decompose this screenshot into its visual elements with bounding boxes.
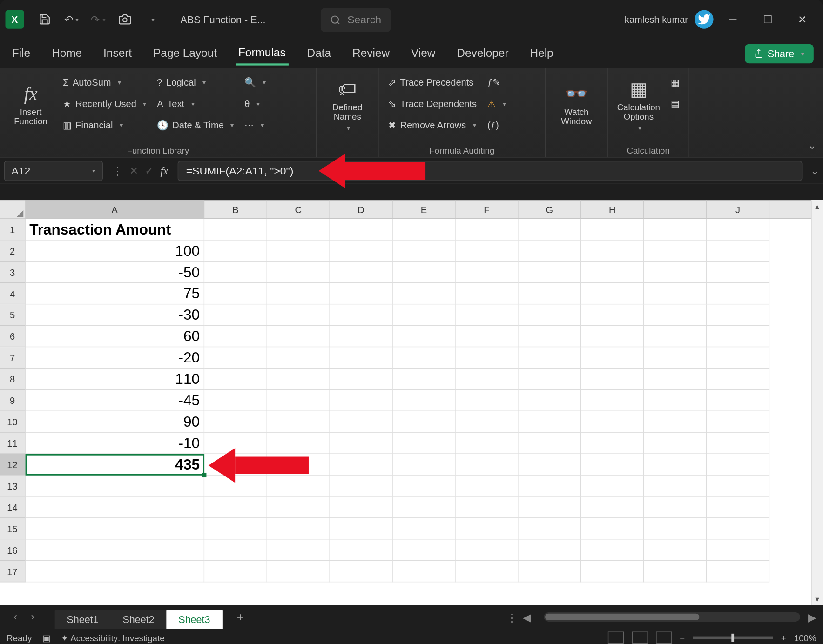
cell[interactable] — [519, 539, 581, 561]
cell[interactable] — [581, 262, 644, 283]
cell-A7[interactable]: -20 — [26, 347, 205, 369]
cell[interactable] — [267, 539, 330, 561]
cell[interactable] — [204, 497, 267, 518]
cell[interactable] — [581, 304, 644, 326]
col-header-B[interactable]: B — [204, 200, 267, 218]
cell[interactable] — [644, 241, 707, 262]
user-area[interactable]: kamlesh kumar — [625, 10, 714, 29]
cell[interactable] — [644, 390, 707, 411]
cell[interactable] — [707, 326, 769, 347]
cell[interactable] — [644, 304, 707, 326]
cell[interactable] — [456, 283, 519, 304]
row-header[interactable]: 7 — [0, 347, 26, 369]
insert-function-button[interactable]: fx Insert Function — [7, 72, 54, 139]
cell[interactable] — [267, 347, 330, 369]
cell[interactable] — [581, 326, 644, 347]
cell[interactable] — [456, 518, 519, 540]
tab-view[interactable]: View — [408, 43, 438, 64]
cell[interactable] — [644, 497, 707, 518]
cell[interactable] — [519, 326, 581, 347]
cell[interactable] — [330, 539, 393, 561]
cell[interactable] — [581, 390, 644, 411]
cell[interactable] — [456, 369, 519, 390]
cell[interactable] — [393, 283, 456, 304]
scroll-down-icon[interactable]: ▼ — [812, 593, 823, 605]
cell[interactable] — [456, 241, 519, 262]
cell[interactable] — [581, 433, 644, 454]
cell[interactable] — [267, 497, 330, 518]
row-header[interactable]: 6 — [0, 326, 26, 347]
cell[interactable] — [204, 561, 267, 582]
cell[interactable] — [456, 326, 519, 347]
cell[interactable] — [204, 390, 267, 411]
cell[interactable] — [393, 433, 456, 454]
cell[interactable] — [456, 219, 519, 241]
zoom-in-button[interactable]: + — [781, 633, 786, 643]
cell[interactable] — [581, 497, 644, 518]
cell[interactable] — [644, 433, 707, 454]
cell[interactable] — [393, 497, 456, 518]
cell[interactable] — [393, 369, 456, 390]
calculate-now-button[interactable]: ▦ — [668, 72, 682, 92]
cell[interactable] — [707, 219, 769, 241]
cell[interactable] — [519, 476, 581, 497]
cell[interactable] — [393, 411, 456, 433]
cell[interactable] — [393, 539, 456, 561]
qat-more-icon[interactable]: ▾ — [140, 8, 163, 31]
grid-rows[interactable]: 1Transaction Amount 2100 3-50 475 5-30 6… — [0, 219, 823, 605]
sheet-tab-2[interactable]: Sheet2 — [111, 609, 167, 629]
cell[interactable] — [707, 347, 769, 369]
cell[interactable] — [456, 433, 519, 454]
cell[interactable] — [456, 561, 519, 582]
cell[interactable] — [456, 539, 519, 561]
cell[interactable] — [581, 283, 644, 304]
cell[interactable] — [330, 476, 393, 497]
row-header[interactable]: 3 — [0, 262, 26, 283]
minimize-button[interactable]: ─ — [717, 6, 748, 33]
tab-file[interactable]: File — [9, 43, 33, 64]
cell-A2[interactable]: 100 — [26, 241, 205, 262]
tab-insert[interactable]: Insert — [101, 43, 135, 64]
cell[interactable] — [26, 518, 205, 540]
cell[interactable] — [393, 241, 456, 262]
row-header[interactable]: 16 — [0, 539, 26, 561]
cell-A1[interactable]: Transaction Amount — [26, 219, 205, 241]
cell[interactable] — [456, 262, 519, 283]
row-header[interactable]: 10 — [0, 411, 26, 433]
col-header-E[interactable]: E — [393, 200, 456, 218]
cell[interactable] — [519, 411, 581, 433]
date-time-button[interactable]: 🕓Date & Time▾ — [155, 115, 237, 135]
cancel-formula-icon[interactable]: ✕ — [129, 164, 138, 177]
cell[interactable] — [26, 476, 205, 497]
cell[interactable] — [581, 476, 644, 497]
cell[interactable] — [267, 390, 330, 411]
zoom-out-button[interactable]: − — [680, 633, 685, 643]
cell[interactable] — [456, 454, 519, 476]
watch-window-button[interactable]: 👓 Watch Window — [553, 72, 600, 139]
cell[interactable] — [519, 369, 581, 390]
cell[interactable] — [330, 283, 393, 304]
trace-dependents-button[interactable]: ⬂Trace Dependents — [385, 94, 479, 114]
col-header-D[interactable]: D — [330, 200, 393, 218]
tab-review[interactable]: Review — [350, 43, 392, 64]
close-button[interactable]: ✕ — [787, 6, 817, 33]
row-header[interactable]: 13 — [0, 476, 26, 497]
maximize-button[interactable]: ☐ — [752, 6, 783, 33]
cell[interactable] — [644, 326, 707, 347]
calculate-sheet-button[interactable]: ▤ — [668, 94, 682, 114]
remove-arrows-button[interactable]: ✖Remove Arrows▾ — [385, 115, 479, 135]
formula-expand-icon[interactable]: ⌄ — [810, 164, 819, 177]
cell[interactable] — [456, 390, 519, 411]
cell[interactable] — [330, 304, 393, 326]
cell[interactable] — [644, 262, 707, 283]
col-header-H[interactable]: H — [581, 200, 644, 218]
financial-button[interactable]: ▥Financial▾ — [60, 115, 149, 135]
sheet-tab-1[interactable]: Sheet1 — [55, 609, 111, 629]
cell[interactable] — [707, 433, 769, 454]
cell[interactable] — [267, 304, 330, 326]
cell[interactable] — [707, 476, 769, 497]
cell[interactable] — [393, 326, 456, 347]
add-sheet-button[interactable]: + — [230, 610, 250, 624]
more-functions-button[interactable]: ⋯▾ — [242, 115, 269, 135]
row-header[interactable]: 2 — [0, 241, 26, 262]
